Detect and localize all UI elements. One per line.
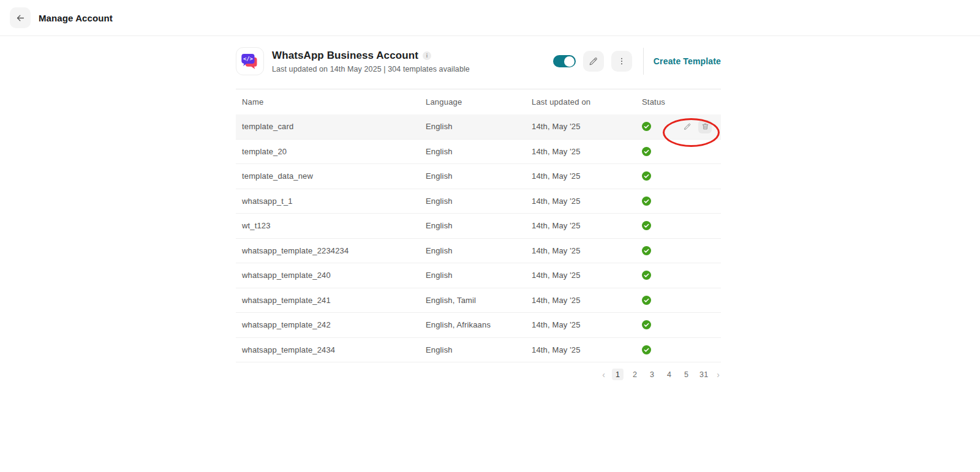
pagination-page-2[interactable]: 2 (629, 369, 641, 380)
table-row[interactable]: template_data_new English 14th, May '25 (236, 164, 721, 189)
template-language: English, Tamil (426, 296, 532, 305)
arrow-left-icon (15, 13, 26, 23)
status-approved-icon (642, 296, 651, 305)
pencil-icon (683, 122, 692, 131)
template-language: English (426, 271, 532, 280)
template-name: template_data_new (236, 171, 426, 181)
template-language: English (426, 122, 532, 131)
template-updated: 14th, May '25 (532, 246, 638, 255)
table-row[interactable]: whatsapp_template_242 English, Afrikaans… (236, 313, 721, 338)
account-enabled-toggle[interactable] (553, 55, 576, 67)
account-subtitle: Last updated on 14th May 2025 | 304 temp… (272, 65, 470, 73)
toggle-knob (564, 56, 575, 67)
table-row[interactable]: whatsapp_template_241 English, Tamil 14t… (236, 288, 721, 313)
table-row[interactable]: template_card English 14th, May '25 (236, 114, 721, 140)
template-updated: 14th, May '25 (532, 171, 638, 181)
template-name: template_20 (236, 147, 426, 156)
status-approved-icon (642, 221, 651, 230)
col-header-status: Status (638, 97, 675, 107)
pagination-page-3[interactable]: 3 (646, 369, 658, 380)
template-name: whatsapp_template_240 (236, 271, 426, 280)
template-name: whatsapp_template_2434 (236, 345, 426, 354)
pagination-page-4[interactable]: 4 (663, 369, 675, 380)
template-language: English (426, 171, 532, 181)
template-language: English, Afrikaans (426, 320, 532, 329)
template-name: wt_t123 (236, 221, 426, 230)
whatsapp-business-icon: </> (236, 47, 264, 75)
table-row[interactable]: whatsapp_t_1 English 14th, May '25 (236, 189, 721, 214)
account-title: WhatsApp Business Account (272, 50, 418, 62)
template-language: English (426, 345, 532, 354)
status-approved-icon (642, 246, 651, 255)
pagination-page-1[interactable]: 1 (612, 369, 624, 380)
table-row[interactable]: whatsapp_template_2234234 English 14th, … (236, 239, 721, 264)
template-language: English (426, 197, 532, 206)
template-name: whatsapp_t_1 (236, 197, 426, 206)
template-language: English (426, 221, 532, 230)
status-approved-icon (642, 271, 651, 280)
template-language: English (426, 246, 532, 255)
more-options-button[interactable] (611, 51, 632, 72)
status-approved-icon (642, 320, 651, 329)
trash-icon (701, 122, 709, 130)
status-approved-icon (642, 147, 651, 156)
edit-account-button[interactable] (583, 51, 604, 72)
status-approved-icon (642, 171, 651, 181)
svg-text:</>: </> (243, 56, 253, 62)
edit-template-button[interactable] (680, 120, 694, 133)
template-name: whatsapp_template_242 (236, 320, 426, 329)
table-row[interactable]: template_20 English 14th, May '25 (236, 140, 721, 165)
status-approved-icon (642, 122, 651, 131)
template-name: whatsapp_template_241 (236, 296, 426, 305)
status-approved-icon (642, 345, 651, 354)
pagination-next-icon[interactable]: › (715, 370, 721, 380)
template-updated: 14th, May '25 (532, 147, 638, 156)
account-header: </> WhatsApp Business Account i Last upd… (236, 47, 721, 75)
back-button[interactable] (10, 7, 31, 28)
col-header-name: Name (236, 97, 426, 107)
template-updated: 14th, May '25 (532, 271, 638, 280)
info-icon[interactable]: i (423, 51, 431, 60)
status-approved-icon (642, 197, 651, 206)
template-updated: 14th, May '25 (532, 221, 638, 230)
table-row[interactable]: whatsapp_template_2434 English 14th, May… (236, 338, 721, 363)
create-template-button[interactable]: Create Template (654, 56, 721, 66)
col-header-language: Language (426, 97, 532, 107)
templates-table: Name Language Last updated on Status tem… (236, 89, 721, 362)
table-row[interactable]: wt_t123 English 14th, May '25 (236, 214, 721, 239)
template-updated: 14th, May '25 (532, 345, 638, 354)
table-row[interactable]: whatsapp_template_240 English 14th, May … (236, 263, 721, 288)
template-updated: 14th, May '25 (532, 197, 638, 206)
pagination-prev-icon[interactable]: ‹ (601, 370, 606, 380)
template-updated: 14th, May '25 (532, 122, 638, 131)
pagination-page-31[interactable]: 31 (698, 369, 710, 380)
kebab-menu-icon (617, 56, 627, 66)
table-header-row: Name Language Last updated on Status (236, 89, 721, 114)
delete-template-button[interactable] (698, 120, 712, 133)
col-header-updated: Last updated on (532, 97, 638, 107)
template-updated: 14th, May '25 (532, 320, 638, 329)
pencil-icon (588, 56, 598, 67)
template-name: template_card (236, 122, 426, 131)
template-name: whatsapp_template_2234234 (236, 246, 426, 255)
pagination-page-5[interactable]: 5 (680, 369, 692, 380)
template-updated: 14th, May '25 (532, 296, 638, 305)
topbar: Manage Account (0, 0, 980, 36)
divider (643, 48, 644, 75)
pagination: ‹ 1 2 3 4 5 31 › (236, 369, 721, 380)
page-title: Manage Account (39, 13, 113, 23)
template-language: English (426, 147, 532, 156)
